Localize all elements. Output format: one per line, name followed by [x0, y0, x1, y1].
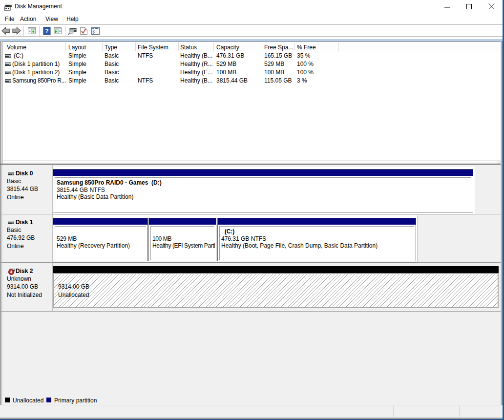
svg-text:?: ? [45, 28, 48, 35]
